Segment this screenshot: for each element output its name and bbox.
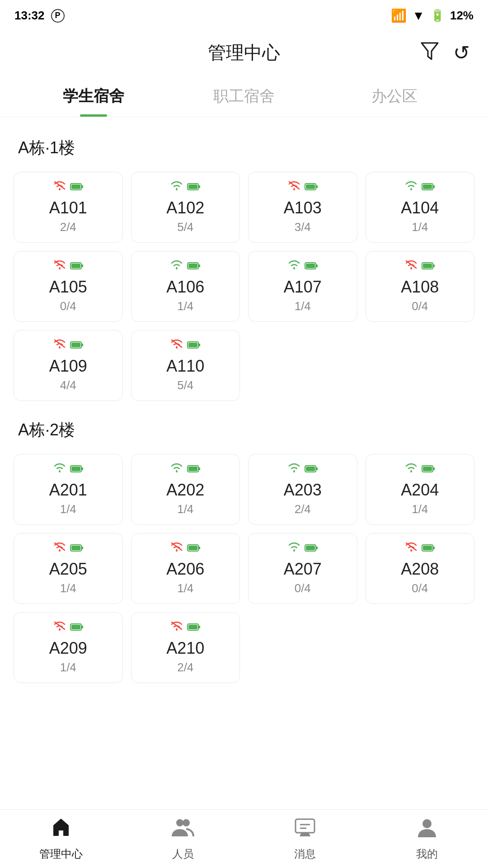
wifi-icon xyxy=(170,620,183,634)
wifi-icon xyxy=(404,462,418,476)
nav-item-people[interactable]: 人员 xyxy=(122,810,244,868)
svg-rect-14 xyxy=(316,185,318,188)
nav-item-home[interactable]: 管理中心 xyxy=(0,810,122,868)
svg-rect-62 xyxy=(433,467,435,470)
tab-office[interactable]: 办公区 xyxy=(319,79,470,117)
room-card[interactable]: A110 5/4 xyxy=(131,330,240,401)
refresh-button[interactable]: ↺ xyxy=(453,43,470,63)
room-icons xyxy=(53,620,84,634)
svg-point-19 xyxy=(59,268,61,269)
room-count: 5/4 xyxy=(177,220,193,234)
room-card[interactable]: A107 1/4 xyxy=(248,251,357,322)
tab-student-dorm[interactable]: 学生宿舍 xyxy=(18,79,169,117)
room-card[interactable]: A104 1/4 xyxy=(366,172,475,243)
battery-percent: 12% xyxy=(450,9,474,23)
room-card[interactable]: A106 1/4 xyxy=(131,251,240,322)
battery-icon xyxy=(70,179,84,194)
room-icons xyxy=(53,338,84,352)
room-card[interactable]: A202 1/4 xyxy=(131,454,240,525)
svg-point-98 xyxy=(422,819,432,828)
room-card[interactable]: A201 1/4 xyxy=(14,454,123,525)
svg-rect-67 xyxy=(81,547,83,549)
svg-rect-85 xyxy=(71,625,80,629)
svg-point-6 xyxy=(176,189,178,190)
svg-point-24 xyxy=(176,268,178,269)
room-number: A107 xyxy=(284,278,322,297)
battery-icon xyxy=(305,541,318,555)
svg-rect-90 xyxy=(188,625,197,629)
room-icons xyxy=(170,179,201,194)
svg-rect-76 xyxy=(316,547,318,549)
svg-rect-23 xyxy=(81,264,83,267)
wifi-icon xyxy=(404,179,418,194)
svg-rect-50 xyxy=(81,467,83,470)
room-number: A204 xyxy=(401,481,439,500)
wifi-icon xyxy=(287,462,301,476)
svg-rect-95 xyxy=(296,819,314,833)
battery-icon xyxy=(70,620,84,634)
room-count: 1/4 xyxy=(60,502,76,516)
battery-icon xyxy=(70,462,84,476)
nav-item-message[interactable]: 消息 xyxy=(244,810,366,868)
svg-point-59 xyxy=(410,471,412,472)
svg-marker-0 xyxy=(422,43,438,59)
svg-point-77 xyxy=(410,550,412,552)
battery-icon xyxy=(422,179,435,194)
room-card[interactable]: A207 0/4 xyxy=(248,533,357,604)
filter-button[interactable] xyxy=(421,41,439,64)
svg-point-10 xyxy=(293,189,295,190)
room-card[interactable]: A203 2/4 xyxy=(248,454,357,525)
wifi-icon xyxy=(53,338,66,352)
svg-point-68 xyxy=(176,550,178,552)
room-icons xyxy=(170,620,201,634)
status-bar: 13:32 P 📶 ▼ 🔋 12% xyxy=(0,0,488,28)
room-count: 1/4 xyxy=(295,299,311,313)
room-icons xyxy=(287,259,318,273)
room-number: A108 xyxy=(401,278,439,297)
room-count: 1/4 xyxy=(177,581,193,595)
room-card[interactable]: A208 0/4 xyxy=(366,533,475,604)
svg-rect-45 xyxy=(188,343,197,347)
tab-staff-dorm[interactable]: 职工宿舍 xyxy=(169,79,319,117)
room-grid-floor2: A201 1/4 A202 1/4 xyxy=(0,447,488,690)
room-count: 5/4 xyxy=(177,378,193,392)
room-card[interactable]: A209 1/4 xyxy=(14,612,123,683)
room-card[interactable]: A105 0/4 xyxy=(14,251,123,322)
svg-rect-46 xyxy=(198,344,200,346)
section-title-floor2: A栋·2楼 xyxy=(0,408,488,447)
room-count: 2/4 xyxy=(177,660,193,675)
room-card[interactable]: A205 1/4 xyxy=(14,533,123,604)
room-card[interactable]: A206 1/4 xyxy=(131,533,240,604)
room-icons xyxy=(287,462,318,476)
wifi-icon xyxy=(53,462,66,476)
nfc-icon: 📶 xyxy=(391,8,407,23)
room-count: 1/4 xyxy=(412,502,428,516)
wifi-icon xyxy=(170,179,183,194)
svg-point-47 xyxy=(59,471,61,472)
room-count: 4/4 xyxy=(60,378,76,392)
wifi-icon xyxy=(53,179,66,194)
nav-item-mine[interactable]: 我的 xyxy=(366,810,488,868)
svg-rect-81 xyxy=(433,547,435,549)
room-card[interactable]: A102 5/4 xyxy=(131,172,240,243)
room-card[interactable]: A204 1/4 xyxy=(366,454,475,525)
mine-icon xyxy=(416,816,438,843)
svg-rect-75 xyxy=(306,546,315,550)
room-card[interactable]: A109 4/4 xyxy=(14,330,123,401)
room-card[interactable]: A210 2/4 xyxy=(131,612,240,683)
svg-point-73 xyxy=(293,550,295,552)
room-count: 1/4 xyxy=(412,220,428,234)
room-count: 0/4 xyxy=(295,581,311,595)
room-card[interactable]: A108 0/4 xyxy=(366,251,475,322)
room-card[interactable]: A103 3/4 xyxy=(248,172,357,243)
svg-rect-41 xyxy=(81,344,83,346)
room-number: A101 xyxy=(49,198,87,217)
room-icons xyxy=(170,259,201,273)
room-count: 1/4 xyxy=(60,581,76,595)
wifi-icon xyxy=(170,541,183,555)
room-count: 3/4 xyxy=(295,220,311,234)
message-icon xyxy=(294,816,316,843)
room-number: A104 xyxy=(401,198,439,217)
nav-label-message: 消息 xyxy=(294,847,316,861)
room-card[interactable]: A101 2/4 xyxy=(14,172,123,243)
